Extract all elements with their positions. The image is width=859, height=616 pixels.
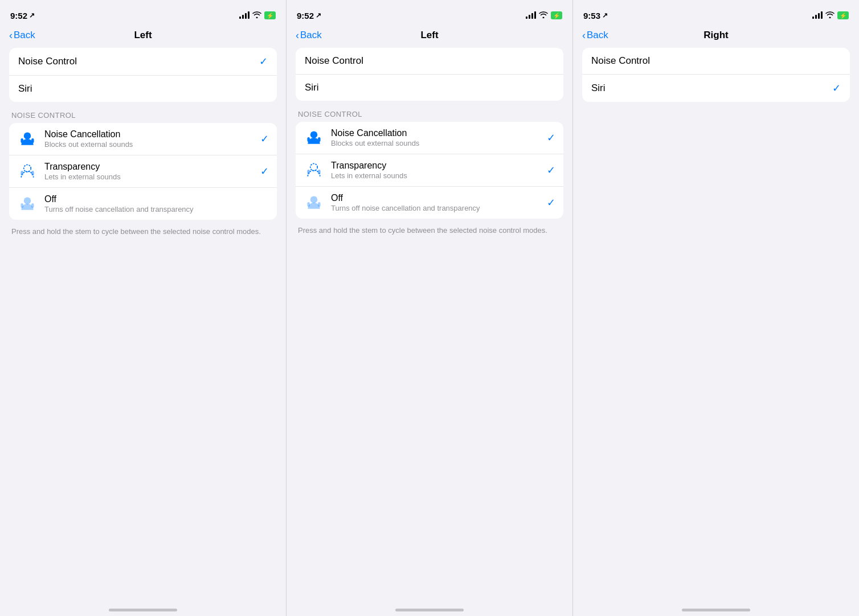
noise-row-title: Off — [331, 193, 540, 203]
wifi-icon — [539, 11, 548, 20]
noise-control-row[interactable]: Transparency Lets in external sounds ✓ — [9, 155, 277, 188]
signal-icon — [812, 12, 823, 19]
noise-control-row[interactable]: Transparency Lets in external sounds ✓ — [296, 154, 563, 187]
menu-row[interactable]: Noise Control — [296, 48, 563, 75]
battery-icon: ⚡ — [551, 11, 562, 19]
noise-row-text: Noise Cancellation Blocks out external s… — [331, 128, 540, 147]
home-indicator — [573, 609, 859, 616]
status-icons: ⚡ — [812, 11, 849, 20]
top-menu-card: Noise Control ✓ Siri — [9, 48, 277, 102]
noise-row-subtitle: Turns off noise cancellation and transpa… — [44, 205, 269, 213]
noise-row-subtitle: Blocks out external sounds — [44, 140, 253, 149]
footer-note: Press and hold the stem to cycle between… — [296, 222, 563, 236]
phone-panel-panel1: 9:52 ↗ ⚡ — [0, 0, 287, 616]
off-icon — [17, 194, 38, 214]
noise-row-title: Transparency — [331, 161, 540, 171]
menu-row[interactable]: Siri — [9, 76, 277, 102]
menu-row-label: Noise Control — [591, 55, 650, 67]
back-label[interactable]: Back — [300, 30, 322, 41]
off-icon — [304, 192, 324, 213]
noise-control-card: Noise Cancellation Blocks out external s… — [9, 123, 277, 220]
back-chevron-icon: ‹ — [296, 30, 299, 42]
svg-rect-17 — [318, 202, 320, 207]
status-bar: 9:52 ↗ ⚡ — [0, 0, 286, 25]
menu-row[interactable]: Siri — [296, 75, 563, 101]
nav-bar: ‹ Back Right — [573, 25, 859, 48]
noise-row-subtitle: Lets in external sounds — [44, 173, 253, 181]
transparency-icon — [17, 161, 38, 182]
signal-icon — [239, 12, 249, 19]
noise-control-card: Noise Cancellation Blocks out external s… — [296, 122, 563, 219]
noise-control-row[interactable]: Off Turns off noise cancellation and tra… — [296, 187, 563, 219]
svg-point-3 — [24, 165, 31, 171]
checkmark-icon: ✓ — [547, 164, 555, 176]
noise-control-row[interactable]: Noise Cancellation Blocks out external s… — [296, 122, 563, 154]
nav-title: Left — [134, 30, 152, 41]
svg-rect-2 — [31, 138, 34, 143]
menu-row[interactable]: Siri ✓ — [582, 75, 850, 102]
location-icon: ↗ — [602, 11, 608, 19]
cancel-icon — [17, 129, 38, 149]
checkmark-icon: ✓ — [259, 55, 268, 68]
noise-row-subtitle: Lets in external sounds — [331, 171, 540, 180]
svg-point-12 — [310, 163, 317, 170]
back-button[interactable]: ‹ Back — [582, 30, 608, 42]
svg-rect-13 — [307, 170, 309, 174]
home-indicator — [287, 609, 572, 616]
noise-row-title: Transparency — [44, 162, 253, 172]
checkmark-icon: ✓ — [832, 82, 841, 95]
location-icon: ↗ — [316, 11, 321, 19]
noise-control-row[interactable]: Off Turns off noise cancellation and tra… — [9, 188, 277, 220]
signal-icon — [526, 12, 536, 19]
checkmark-icon: ✓ — [260, 165, 269, 178]
checkmark-icon: ✓ — [547, 196, 555, 209]
menu-row-label: Noise Control — [305, 55, 363, 67]
checkmark-icon: ✓ — [547, 132, 555, 144]
cancel-icon — [304, 128, 324, 148]
status-time: 9:52 ↗ — [297, 11, 321, 20]
back-label[interactable]: Back — [14, 30, 35, 41]
noise-row-text: Noise Cancellation Blocks out external s… — [44, 129, 253, 149]
back-button[interactable]: ‹ Back — [296, 30, 322, 42]
menu-row[interactable]: Noise Control ✓ — [9, 48, 277, 76]
home-bar — [395, 609, 464, 611]
svg-rect-16 — [307, 202, 309, 207]
svg-rect-11 — [318, 137, 320, 142]
svg-point-15 — [310, 196, 317, 203]
back-chevron-icon: ‹ — [582, 30, 586, 42]
section-header: NOISE CONTROL — [296, 105, 563, 122]
svg-rect-10 — [307, 137, 309, 142]
noise-control-row[interactable]: Noise Cancellation Blocks out external s… — [9, 123, 277, 155]
battery-icon: ⚡ — [837, 11, 849, 19]
wifi-icon — [825, 11, 835, 20]
menu-row[interactable]: Noise Control — [582, 48, 850, 75]
svg-point-6 — [24, 197, 31, 204]
home-bar — [682, 609, 750, 611]
footer-note: Press and hold the stem to cycle between… — [9, 223, 277, 237]
section-header: NOISE CONTROL — [9, 106, 277, 123]
noise-row-title: Noise Cancellation — [331, 128, 540, 138]
back-label[interactable]: Back — [587, 30, 608, 41]
menu-row-label: Siri — [591, 83, 606, 94]
svg-rect-5 — [31, 171, 34, 175]
status-bar: 9:53 ↗ ⚡ — [573, 0, 859, 25]
nav-bar: ‹ Back Left — [0, 25, 286, 48]
phone-panel-panel3: 9:53 ↗ ⚡ — [573, 0, 859, 616]
nav-title: Right — [703, 30, 728, 41]
noise-row-title: Off — [44, 194, 269, 204]
nav-title: Left — [420, 30, 438, 41]
status-icons: ⚡ — [526, 11, 562, 20]
content-area: Noise Control Siri NOISE CONTROL Noise C… — [287, 48, 572, 609]
back-button[interactable]: ‹ Back — [9, 30, 35, 42]
location-icon: ↗ — [29, 11, 35, 19]
noise-row-subtitle: Blocks out external sounds — [331, 139, 540, 147]
svg-point-0 — [24, 132, 31, 139]
content-area: Noise Control ✓ Siri NOISE CONTROL Noise… — [0, 48, 286, 609]
status-time: 9:52 ↗ — [10, 11, 35, 20]
menu-row-label: Siri — [18, 83, 32, 95]
phone-panel-panel2: 9:52 ↗ ⚡ — [287, 0, 573, 616]
home-bar — [109, 609, 177, 611]
status-icons: ⚡ — [239, 11, 276, 20]
noise-row-title: Noise Cancellation — [44, 129, 253, 139]
status-time: 9:53 ↗ — [583, 11, 608, 20]
